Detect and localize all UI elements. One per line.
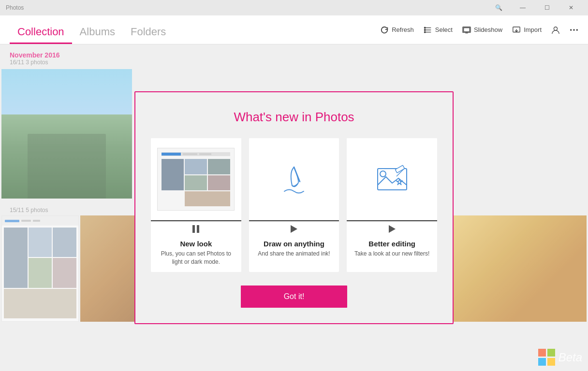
preview-ui-screenshot <box>157 148 235 211</box>
refresh-button[interactable]: Refresh <box>380 26 414 34</box>
whats-new-modal: What's new in Photos <box>134 91 454 324</box>
preview-line-2 <box>199 153 211 155</box>
nav-tabs: Collection Albums Folders <box>10 15 174 44</box>
grid-cell-3 <box>208 159 230 174</box>
svg-point-4 <box>424 29 426 30</box>
svg-point-3 <box>424 27 426 29</box>
feature-name-2: Draw on anything <box>249 240 339 248</box>
feature-play-1[interactable] <box>151 221 241 237</box>
nav-bar: Collection Albums Folders Refresh <box>0 15 588 44</box>
feature-name-1: New look <box>151 240 241 248</box>
draw-icon <box>279 162 309 196</box>
feature-draw-preview <box>249 138 339 220</box>
pause-bar-2 <box>197 225 199 233</box>
modal-features: New look Plus, you can set Photos to lig… <box>151 138 437 272</box>
got-it-button[interactable]: Got it! <box>241 285 347 308</box>
tab-albums[interactable]: Albums <box>72 15 123 44</box>
feature-desc-1: Plus, you can set Photos to light or dar… <box>151 250 241 272</box>
more-button[interactable] <box>570 26 578 34</box>
more-icon <box>570 26 578 34</box>
feature-play-3[interactable] <box>347 221 437 237</box>
maximize-button[interactable]: ☐ <box>536 0 558 15</box>
slideshow-button[interactable]: Slideshow <box>462 26 502 34</box>
modal-overlay: What's new in Photos <box>0 44 588 371</box>
content-area: November 2016 16/11 3 photos 15/11 5 pho… <box>0 44 588 371</box>
search-button[interactable]: 🔍 <box>487 0 510 15</box>
grid-cell-6 <box>185 191 230 206</box>
svg-point-5 <box>424 31 426 33</box>
minimize-button[interactable]: — <box>512 0 534 15</box>
pause-icon <box>192 225 199 233</box>
feature-draw: Draw on anything And share the animated … <box>249 138 339 272</box>
preview-accent-bar <box>162 153 181 156</box>
account-button[interactable] <box>551 26 560 34</box>
svg-point-11 <box>554 27 557 30</box>
title-bar-left: Photos <box>6 4 24 11</box>
svg-rect-7 <box>464 28 470 31</box>
nav-actions: Refresh Select Slideshow <box>380 26 578 34</box>
feature-editing-preview <box>347 138 437 220</box>
feature-new-look-preview <box>151 138 241 220</box>
slideshow-icon <box>462 26 471 34</box>
preview-grid <box>162 159 230 207</box>
grid-cell-4 <box>185 175 207 190</box>
pause-bar-1 <box>192 225 195 233</box>
svg-point-21 <box>380 171 386 177</box>
play-icon-3 <box>389 225 396 233</box>
preview-ui-topbar <box>162 152 230 156</box>
svg-rect-20 <box>378 169 407 190</box>
title-bar-controls: 🔍 — ☐ ✕ <box>487 0 582 15</box>
svg-point-12 <box>570 29 572 31</box>
tab-collection[interactable]: Collection <box>10 15 72 44</box>
close-button[interactable]: ✕ <box>560 0 582 15</box>
account-icon <box>551 26 560 34</box>
app-title: Photos <box>6 4 24 11</box>
import-button[interactable]: Import <box>512 26 542 34</box>
preview-line-1 <box>183 153 197 155</box>
select-button[interactable]: Select <box>424 26 453 34</box>
feature-play-2[interactable] <box>249 221 339 237</box>
grid-cell-1 <box>162 159 184 190</box>
title-bar: Photos 🔍 — ☐ ✕ <box>0 0 588 15</box>
svg-point-14 <box>576 29 578 31</box>
feature-new-look: New look Plus, you can set Photos to lig… <box>151 138 241 272</box>
grid-cell-2 <box>185 159 207 174</box>
tab-folders[interactable]: Folders <box>123 15 174 44</box>
feature-editing: Better editing Take a look at our new fi… <box>347 138 437 272</box>
import-icon <box>512 26 521 34</box>
feature-name-3: Better editing <box>347 240 437 248</box>
modal-title: What's new in Photos <box>151 110 437 125</box>
grid-cell-5 <box>208 175 230 190</box>
select-icon <box>424 26 432 34</box>
svg-point-13 <box>573 29 575 31</box>
play-icon-2 <box>291 225 297 233</box>
feature-desc-3: Take a look at our new filters! <box>347 250 437 264</box>
svg-rect-22 <box>395 165 405 173</box>
edit-icon <box>375 165 409 194</box>
refresh-icon <box>380 26 389 34</box>
feature-desc-2: And share the animated ink! <box>249 250 339 264</box>
search-icon: 🔍 <box>495 4 502 11</box>
